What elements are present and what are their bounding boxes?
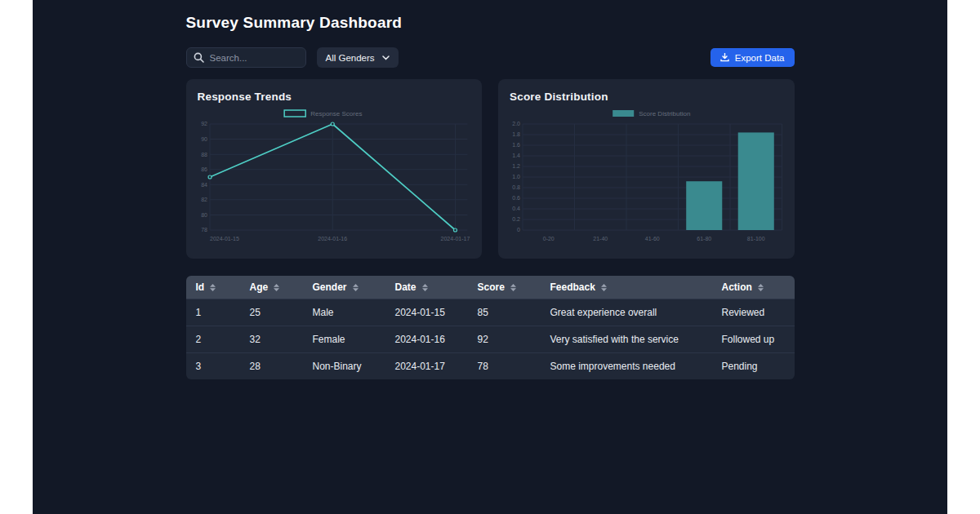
response-trends-title: Response Trends xyxy=(198,91,471,103)
export-data-button[interactable]: Export Data xyxy=(710,48,795,67)
y-axis-tick: 88 xyxy=(201,152,207,157)
table-cell: Pending xyxy=(712,352,795,379)
column-header-date[interactable]: Date xyxy=(385,276,468,299)
table-cell: 92 xyxy=(468,326,541,352)
y-axis-tick: 84 xyxy=(201,182,207,188)
export-data-label: Export Data xyxy=(735,53,785,63)
survey-table: IdAgeGenderDateScoreFeedbackAction125Mal… xyxy=(186,276,795,379)
column-header-action[interactable]: Action xyxy=(712,276,795,299)
column-label: Id xyxy=(196,281,205,293)
table-cell: 25 xyxy=(240,299,303,326)
column-label: Score xyxy=(478,281,505,293)
table-cell: Some improvements needed xyxy=(541,352,712,379)
table-cell: Male xyxy=(303,299,385,326)
data-point xyxy=(331,122,334,126)
x-axis-label: 81-100 xyxy=(747,236,765,241)
column-label: Action xyxy=(722,281,752,293)
search-icon xyxy=(194,52,204,63)
legend[interactable]: Score Distribution xyxy=(612,110,690,117)
table-cell: Followed up xyxy=(712,326,795,352)
sort-icon xyxy=(601,284,607,291)
score-distribution-title: Score Distribution xyxy=(510,91,783,103)
x-axis-label: 41-60 xyxy=(645,236,660,241)
y-axis-tick: 1.0 xyxy=(512,175,520,180)
score-distribution-bar-chart: Score Distribution2.01.81.61.41.21.00.80… xyxy=(510,106,783,246)
x-axis-label: 2024-01-16 xyxy=(318,236,347,241)
table-cell: 78 xyxy=(468,352,541,379)
y-axis-tick: 90 xyxy=(201,136,207,142)
sort-icon xyxy=(422,284,428,291)
table-cell: 2024-01-16 xyxy=(385,326,468,352)
y-axis-tick: 0.4 xyxy=(512,206,520,212)
search-input[interactable] xyxy=(186,47,306,68)
svg-text:Response Scores: Response Scores xyxy=(310,111,362,118)
y-axis-tick: 1.6 xyxy=(512,143,520,148)
x-axis-label: 0-20 xyxy=(543,236,555,241)
response-trends-line-chart: Response Scores92908886848280782024-01-1… xyxy=(198,106,471,246)
column-label: Age xyxy=(250,281,269,293)
x-axis-label: 61-80 xyxy=(697,236,711,241)
y-axis-tick: 2.0 xyxy=(512,122,520,127)
table-cell: Non-Binary xyxy=(303,352,385,379)
sort-icon xyxy=(510,284,516,291)
y-axis-tick: 86 xyxy=(201,166,207,172)
y-axis-tick: 92 xyxy=(201,122,207,127)
table-cell: 2024-01-15 xyxy=(385,299,468,326)
x-axis-label: 2024-01-15 xyxy=(210,236,239,241)
y-axis-tick: 0.8 xyxy=(512,185,520,191)
column-header-feedback[interactable]: Feedback xyxy=(541,276,712,299)
column-header-id[interactable]: Id xyxy=(186,276,240,299)
search-box xyxy=(186,47,306,68)
data-point xyxy=(453,228,457,232)
table-cell: Great experience overall xyxy=(541,299,712,326)
table-row: 232Female2024-01-1692Very satisfied with… xyxy=(186,326,795,352)
table-cell: Very satisfied with the service xyxy=(541,326,712,352)
gender-filter-select[interactable]: All Genders xyxy=(317,47,399,68)
table-cell: 32 xyxy=(240,326,303,352)
bar xyxy=(738,132,774,230)
chevron-down-icon xyxy=(382,55,390,60)
table-cell: 2024-01-17 xyxy=(385,352,468,379)
y-axis-tick: 82 xyxy=(201,197,207,202)
table-cell: 1 xyxy=(186,299,240,326)
sort-icon xyxy=(210,284,216,291)
y-axis-tick: 0.6 xyxy=(512,196,520,202)
charts-row: Response Trends Response Scores929088868… xyxy=(186,79,795,259)
x-axis-label: 21-40 xyxy=(593,236,608,241)
legend[interactable]: Response Scores xyxy=(284,110,362,117)
table-row: 328Non-Binary2024-01-1778Some improvemen… xyxy=(186,352,795,379)
controls-bar: All Genders Export Data xyxy=(186,47,795,68)
gender-filter-value: All Genders xyxy=(326,53,375,63)
survey-data-table: IdAgeGenderDateScoreFeedbackAction125Mal… xyxy=(186,276,795,379)
table-cell: Female xyxy=(303,326,385,352)
column-label: Feedback xyxy=(550,281,595,293)
y-axis-tick: 1.8 xyxy=(512,132,520,138)
table-cell: 3 xyxy=(186,352,240,379)
sort-icon xyxy=(274,284,279,291)
y-axis-tick: 1.4 xyxy=(512,153,520,159)
response-trends-panel: Response Trends Response Scores929088868… xyxy=(186,79,483,259)
table-cell: 2 xyxy=(186,326,240,352)
download-icon xyxy=(720,53,729,62)
y-axis-tick: 1.2 xyxy=(512,164,520,170)
data-point xyxy=(208,175,212,179)
table-header-row: IdAgeGenderDateScoreFeedbackAction xyxy=(186,276,795,299)
sort-icon xyxy=(758,284,764,291)
y-axis-tick: 80 xyxy=(201,212,207,218)
score-distribution-panel: Score Distribution Score Distribution2.0… xyxy=(498,79,795,259)
column-header-age[interactable]: Age xyxy=(240,276,303,299)
y-axis-tick: 78 xyxy=(201,228,207,233)
column-header-gender[interactable]: Gender xyxy=(303,276,385,299)
y-axis-tick: 0.2 xyxy=(512,217,520,223)
column-header-score[interactable]: Score xyxy=(468,276,541,299)
table-cell: 28 xyxy=(240,352,303,379)
table-cell: Reviewed xyxy=(712,299,795,326)
dashboard-app: Survey Summary Dashboard All Genders xyxy=(33,0,947,514)
x-axis-label: 2024-01-17 xyxy=(440,236,470,241)
column-label: Date xyxy=(395,281,416,293)
sort-icon xyxy=(353,284,359,291)
bar xyxy=(686,181,722,230)
table-row: 125Male2024-01-1585Great experience over… xyxy=(186,299,795,326)
table-cell: 85 xyxy=(468,299,541,326)
y-axis-tick: 0 xyxy=(517,228,520,233)
